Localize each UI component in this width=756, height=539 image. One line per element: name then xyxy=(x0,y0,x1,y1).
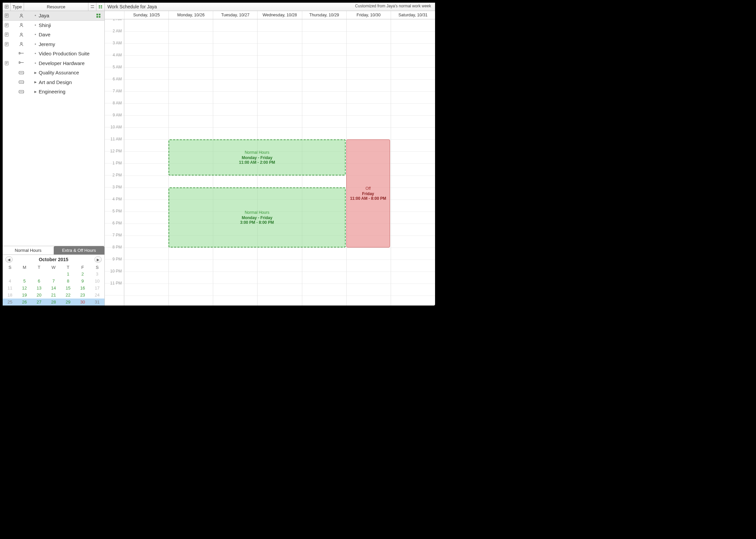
mini-cal-day-header: W xyxy=(46,264,61,271)
resource-name: Quality Assurance xyxy=(39,68,94,77)
mini-cal-day[interactable]: 18 xyxy=(3,292,17,299)
resource-row[interactable]: •Developer Hardware xyxy=(3,59,104,68)
day-header[interactable]: Sunday, 10/25 xyxy=(124,11,168,19)
column-note-icon[interactable] xyxy=(3,3,11,11)
tab-normal-hours[interactable]: Normal Hours xyxy=(3,246,54,254)
resource-row[interactable]: •Video Production Suite xyxy=(3,49,104,59)
svg-point-44 xyxy=(21,72,22,73)
mini-cal-day[interactable]: 19 xyxy=(17,292,32,299)
block-time: 3:00 PM - 8:00 PM xyxy=(240,220,274,225)
mini-cal-day[interactable]: 30 xyxy=(75,299,90,306)
mini-cal-day[interactable]: 10 xyxy=(90,278,104,285)
mini-cal-day-header: S xyxy=(90,264,104,271)
day-header[interactable]: Saturday, 10/31 xyxy=(391,11,435,19)
mini-cal-day[interactable]: 26 xyxy=(17,299,32,306)
resource-name: Art and Design xyxy=(39,78,94,87)
tool-calendar-icon[interactable] xyxy=(96,3,104,11)
mini-calendar: SMTWTFS123456789101112131415161718192021… xyxy=(3,264,104,306)
mini-cal-day[interactable]: 27 xyxy=(32,299,46,306)
mini-cal-day[interactable]: 3 xyxy=(90,271,104,278)
svg-point-49 xyxy=(22,82,23,82)
schedule-block-red[interactable]: OffFriday11:00 AM - 8:00 PM xyxy=(346,139,390,247)
day-header-row: Sunday, 10/25Monday, 10/26Tuesday, 10/27… xyxy=(105,11,435,19)
schedule-block-green[interactable]: Normal HoursMonday - Friday3:00 PM - 8:0… xyxy=(168,187,346,247)
day-header[interactable]: Friday, 10/30 xyxy=(346,11,391,19)
day-header[interactable]: Monday, 10/26 xyxy=(168,11,213,19)
resource-row[interactable]: •Shinji xyxy=(3,21,104,30)
tool-align-icon[interactable] xyxy=(88,3,96,11)
mini-cal-day[interactable]: 9 xyxy=(75,278,90,285)
schedule-block-green[interactable]: Normal HoursMonday - Friday11:00 AM - 2:… xyxy=(168,139,346,175)
mini-cal-day[interactable]: 2 xyxy=(75,271,90,278)
bullet-icon: • xyxy=(32,42,39,47)
svg-rect-8 xyxy=(99,7,100,8)
svg-point-52 xyxy=(21,91,22,92)
mini-cal-day[interactable]: 22 xyxy=(61,292,75,299)
column-resource-header[interactable]: Resource xyxy=(24,3,88,11)
tab-extra-off-hours[interactable]: Extra & Off Hours xyxy=(54,246,105,254)
block-days: Monday - Friday xyxy=(242,215,272,220)
resource-row[interactable]: •Dave xyxy=(3,30,104,40)
resource-row[interactable]: ▶Art and Design xyxy=(3,78,104,87)
resource-row[interactable]: ▶Engineering xyxy=(3,87,104,97)
day-column[interactable] xyxy=(391,19,435,306)
hour-label: 3 PM xyxy=(112,185,122,189)
mini-cal-day[interactable]: 8 xyxy=(61,278,75,285)
day-column[interactable] xyxy=(124,19,168,306)
person-icon xyxy=(11,42,32,46)
mini-cal-day[interactable]: 4 xyxy=(3,278,17,285)
day-header[interactable]: Thursday, 10/29 xyxy=(302,11,346,19)
mini-cal-day[interactable]: 13 xyxy=(32,285,46,292)
mini-cal-day[interactable]: 1 xyxy=(61,271,75,278)
hour-label: 2 PM xyxy=(112,173,122,177)
bullet-icon: • xyxy=(32,32,39,37)
schedule-note: Customized from Jaya's normal work week xyxy=(355,4,431,8)
mini-cal-day[interactable]: 24 xyxy=(90,292,104,299)
hour-label: 2 AM xyxy=(113,29,122,33)
resource-row[interactable]: •Jaya xyxy=(3,11,104,21)
hour-label: 12 PM xyxy=(110,149,122,153)
mini-cal-day[interactable]: 12 xyxy=(17,285,32,292)
mini-cal-day[interactable]: 15 xyxy=(61,285,75,292)
column-type-header[interactable]: Type xyxy=(11,3,24,11)
mini-cal-day[interactable]: 20 xyxy=(32,292,46,299)
mini-cal-day[interactable]: 14 xyxy=(46,285,61,292)
schedule-grid[interactable]: Normal HoursMonday - Friday11:00 AM - 2:… xyxy=(124,19,435,306)
hour-label: 10 AM xyxy=(110,125,122,129)
resource-name: Developer Hardware xyxy=(39,59,94,68)
mini-cal-day[interactable]: 11 xyxy=(3,285,17,292)
block-title: Normal Hours xyxy=(245,150,269,155)
mini-cal-day[interactable]: 6 xyxy=(32,278,46,285)
person-icon xyxy=(11,23,32,27)
schedule-body[interactable]: 1 AM2 AM3 AM4 AM5 AM6 AM7 AM8 AM9 AM10 A… xyxy=(105,19,435,306)
block-days: Monday - Friday xyxy=(242,155,272,160)
prev-month-button[interactable]: ◀ xyxy=(5,256,13,262)
day-header[interactable]: Wednesday, 10/28 xyxy=(257,11,302,19)
mini-cal-day[interactable]: 16 xyxy=(75,285,90,292)
hour-label: 7 PM xyxy=(112,233,122,237)
note-icon xyxy=(3,13,11,18)
mini-cal-day[interactable]: 31 xyxy=(90,299,104,306)
mini-cal-day-header: T xyxy=(32,264,46,271)
sidebar: Type Resource •Jaya•Shinji•Dave•Jeremy•V… xyxy=(3,3,105,306)
next-month-button[interactable]: ▶ xyxy=(94,256,102,262)
group-icon xyxy=(11,90,32,94)
mini-cal-day[interactable]: 23 xyxy=(75,292,90,299)
mini-cal-day[interactable]: 25 xyxy=(3,299,17,306)
resource-row[interactable]: ▶Quality Assurance xyxy=(3,68,104,78)
day-header[interactable]: Tuesday, 10/27 xyxy=(213,11,257,19)
hour-label: 9 AM xyxy=(113,113,122,117)
mini-cal-day xyxy=(46,271,61,278)
mini-cal-day[interactable]: 29 xyxy=(61,299,75,306)
mini-cal-day[interactable]: 17 xyxy=(90,285,104,292)
svg-point-51 xyxy=(20,91,21,92)
resource-row[interactable]: •Jeremy xyxy=(3,40,104,49)
svg-point-23 xyxy=(21,23,22,25)
mini-cal-day[interactable]: 28 xyxy=(46,299,61,306)
mini-cal-day[interactable]: 21 xyxy=(46,292,61,299)
mini-cal-day[interactable]: 5 xyxy=(17,278,32,285)
mini-cal-day[interactable]: 7 xyxy=(46,278,61,285)
block-days: Friday xyxy=(362,191,374,196)
note-icon xyxy=(3,61,11,65)
hour-label: 6 AM xyxy=(113,77,122,81)
